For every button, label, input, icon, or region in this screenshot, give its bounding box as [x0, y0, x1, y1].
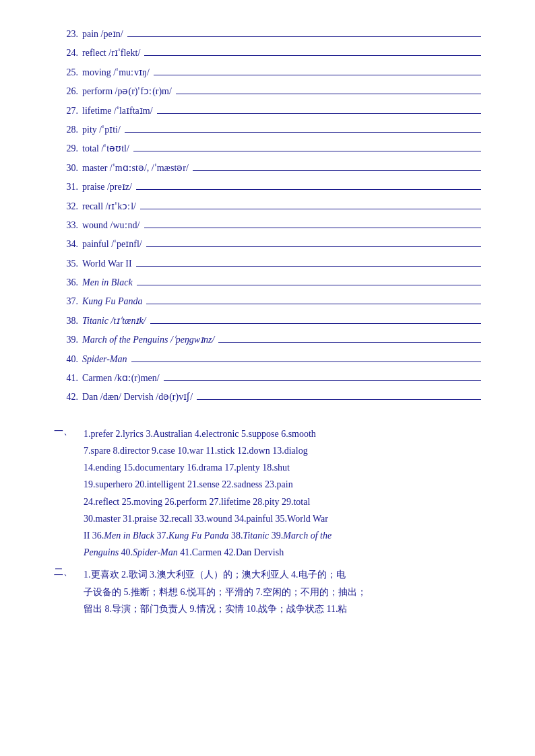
vocab-item: 32.recall /rɪˈkɔːl/: [54, 199, 481, 214]
vocab-item: 29.total /ˈtəʊtl/: [54, 141, 481, 156]
section-two: 二、 1.更喜欢 2.歌词 3.澳大利亚（人）的；澳大利亚人 4.电子的；电子设…: [54, 566, 481, 617]
section-one-label: 一、: [54, 425, 84, 561]
item-underline: [140, 209, 481, 209]
vocab-item: 39.March of the Penguins /ˈpeŋgwɪnz/: [54, 333, 481, 347]
item-text: Dan /dæn/ Dervish /də(r)vɪʃ/: [82, 390, 193, 405]
item-number: 24.: [54, 46, 78, 61]
item-number: 32.: [54, 199, 78, 214]
vocab-item: 35.World War II: [54, 256, 481, 271]
answer-row: Penguins 40.Spider-Man 41.Carmen 42.Dan …: [84, 544, 481, 561]
vocab-item: 28.pity /ˈpɪti/: [54, 123, 481, 137]
section-two-label: 二、: [54, 566, 84, 617]
item-underline: [150, 323, 481, 324]
section-two-content: 1.更喜欢 2.歌词 3.澳大利亚（人）的；澳大利亚人 4.电子的；电子设备的 …: [84, 566, 367, 617]
item-underline: [146, 304, 481, 304]
item-text: pity /ˈpɪti/: [82, 123, 121, 137]
vocab-item: 40.Spider-Man: [54, 352, 481, 367]
item-number: 37.: [54, 294, 78, 309]
item-number: 34.: [54, 237, 78, 252]
item-text: Kung Fu Panda: [82, 294, 142, 309]
item-underline: [193, 170, 481, 171]
item-number: 27.: [54, 104, 78, 118]
answer-row: 14.ending 15.documentary 16.drama 17.ple…: [84, 459, 481, 476]
vocab-item: 26.perform /pə(r)ˈfɔː(r)m/: [54, 84, 481, 99]
item-underline: [157, 113, 481, 114]
item-underline: [154, 75, 481, 75]
item-number: 33.: [54, 218, 78, 233]
vocab-item: 41.Carmen /kɑː(r)men/: [54, 371, 481, 386]
item-underline: [127, 36, 481, 37]
item-underline: [144, 55, 481, 56]
item-underline: [144, 228, 482, 228]
answer-row-two: 1.更喜欢 2.歌词 3.澳大利亚（人）的；澳大利亚人 4.电子的；电: [84, 566, 367, 583]
item-text: recall /rɪˈkɔːl/: [82, 199, 136, 214]
item-number: 38.: [54, 314, 78, 329]
answer-row: 30.master 31.praise 32.recall 33.wound 3…: [84, 510, 481, 527]
vocab-item: 37.Kung Fu Panda: [54, 294, 481, 309]
answer-row: 7.spare 8.director 9.case 10.war 11.stic…: [84, 442, 481, 459]
item-number: 35.: [54, 256, 78, 271]
item-text: March of the Penguins /ˈpeŋgwɪnz/: [82, 333, 214, 347]
item-underline: [176, 94, 481, 94]
vocabulary-list: 23.pain /peɪn/24.reflect /rɪˈflekt/25.mo…: [54, 27, 481, 405]
item-text: pain /peɪn/: [82, 27, 123, 42]
answer-row-two: 留出 8.导演；部门负责人 9.情况；实情 10.战争；战争状态 11.粘: [84, 600, 367, 617]
item-text: lifetime /ˈlaɪftaɪm/: [82, 104, 153, 118]
item-underline: [218, 342, 481, 343]
item-number: 40.: [54, 352, 78, 367]
item-underline: [136, 189, 481, 190]
vocab-item: 42.Dan /dæn/ Dervish /də(r)vɪʃ/: [54, 390, 481, 405]
item-number: 28.: [54, 123, 78, 137]
item-number: 36.: [54, 275, 78, 290]
item-text: wound /wuːnd/: [82, 218, 140, 233]
item-text: Carmen /kɑː(r)men/: [82, 371, 160, 386]
vocab-item: 25.moving /ˈmuːvɪŋ/: [54, 65, 481, 80]
answer-row-two: 子设备的 5.推断；料想 6.悦耳的；平滑的 7.空闲的；不用的；抽出；: [84, 584, 367, 600]
item-number: 41.: [54, 371, 78, 386]
vocab-item: 27.lifetime /ˈlaɪftaɪm/: [54, 104, 481, 118]
answer-row: 19.superhero 20.intelligent 21.sense 22.…: [84, 476, 481, 493]
item-text: master /ˈmɑːstə/, /ˈmæstər/: [82, 161, 189, 176]
item-text: praise /preɪz/: [82, 180, 132, 195]
item-text: World War II: [82, 256, 132, 271]
item-number: 29.: [54, 141, 78, 156]
answer-row: II 36.Men in Black 37.Kung Fu Panda 38.T…: [84, 527, 481, 544]
answer-row: 1.prefer 2.lyrics 3.Australian 4.electro…: [84, 425, 481, 442]
item-number: 42.: [54, 390, 78, 405]
vocab-item: 34.painful /ˈpeɪnfl/: [54, 237, 481, 252]
item-number: 23.: [54, 27, 78, 42]
item-underline: [146, 246, 481, 247]
item-text: Men in Black: [82, 275, 133, 290]
item-underline: [164, 380, 481, 381]
item-text: reflect /rɪˈflekt/: [82, 46, 140, 61]
item-text: total /ˈtəʊtl/: [82, 141, 129, 156]
vocab-item: 31.praise /preɪz/: [54, 180, 481, 195]
item-number: 26.: [54, 84, 78, 99]
item-number: 39.: [54, 333, 78, 347]
answer-row: 24.reflect 25.moving 26.perform 27.lifet…: [84, 493, 481, 510]
section-one-content: 1.prefer 2.lyrics 3.Australian 4.electro…: [84, 425, 481, 561]
item-underline: [125, 132, 481, 133]
answer-section: 一、 1.prefer 2.lyrics 3.Australian 4.elec…: [54, 425, 481, 617]
vocab-item: 24.reflect /rɪˈflekt/: [54, 46, 481, 61]
section-one: 一、 1.prefer 2.lyrics 3.Australian 4.elec…: [54, 425, 481, 561]
item-underline: [133, 151, 481, 151]
item-text: perform /pə(r)ˈfɔː(r)m/: [82, 84, 172, 99]
vocab-item: 36.Men in Black: [54, 275, 481, 290]
item-underline: [137, 285, 481, 285]
item-text: Spider-Man: [82, 352, 127, 367]
item-text: painful /ˈpeɪnfl/: [82, 237, 142, 252]
item-underline: [136, 266, 481, 267]
item-number: 25.: [54, 65, 78, 80]
item-underline: [197, 399, 481, 400]
item-text: moving /ˈmuːvɪŋ/: [82, 65, 150, 80]
item-number: 30.: [54, 161, 78, 176]
vocab-item: 30.master /ˈmɑːstə/, /ˈmæstər/: [54, 161, 481, 176]
item-text: Titanic /tɪˈtænɪk/: [82, 314, 146, 329]
vocab-item: 23.pain /peɪn/: [54, 27, 481, 42]
item-underline: [131, 362, 481, 362]
vocab-item: 38.Titanic /tɪˈtænɪk/: [54, 314, 481, 329]
vocab-item: 33.wound /wuːnd/: [54, 218, 481, 233]
item-number: 31.: [54, 180, 78, 195]
